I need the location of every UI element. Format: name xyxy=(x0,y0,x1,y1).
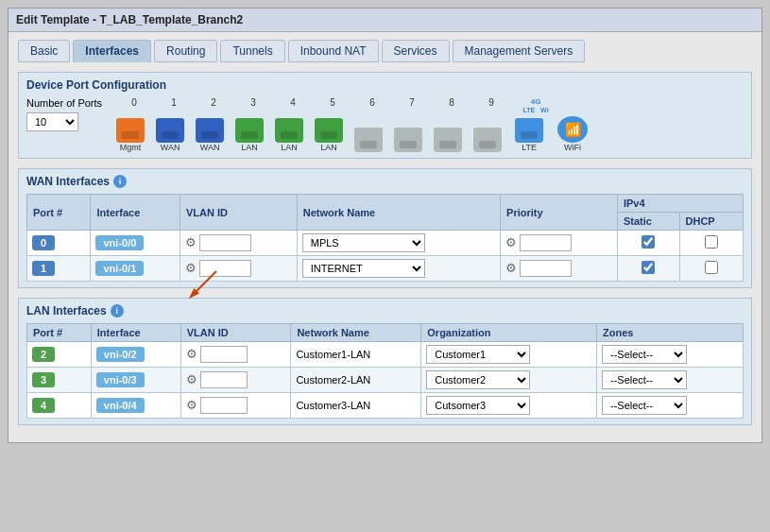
tab-interfaces[interactable]: Interfaces xyxy=(73,40,151,62)
lan-vni-badge-1[interactable]: vni-0/3 xyxy=(96,372,145,387)
device-port-config-section: Device Port Configuration Number of Port… xyxy=(18,72,752,159)
lan-zone-select-2[interactable]: --Select-- xyxy=(602,396,687,415)
lan-network-2: Customer3-LAN xyxy=(291,393,421,419)
lan-zone-2: --Select-- xyxy=(596,393,743,419)
wan-dhcp-checkbox-0[interactable] xyxy=(705,235,718,249)
lan-zone-0: --Select-- xyxy=(596,342,743,368)
wan-gear-0[interactable]: ⚙ xyxy=(185,235,197,249)
wan-interface-1: vni-0/1 xyxy=(91,256,180,282)
wan-network-select-0[interactable]: MPLS INTERNET xyxy=(302,233,425,252)
lan-gear-1[interactable]: ⚙ xyxy=(186,372,197,386)
port-icon-2[interactable]: WAN xyxy=(191,118,229,152)
wan-port-0: 0 xyxy=(27,231,91,256)
lan-row-2: 4 vni-0/4 ⚙ Customer3-LAN xyxy=(27,393,744,419)
port-icon-7[interactable] xyxy=(389,128,427,152)
lan-info-icon[interactable]: i xyxy=(111,304,124,317)
port-num-8: 8 xyxy=(433,97,471,114)
lan-port-badge-2[interactable]: 4 xyxy=(32,398,55,413)
lan-org-select-1[interactable]: Customer2 xyxy=(426,370,530,389)
lan-zone-select-0[interactable]: --Select-- xyxy=(602,345,687,364)
port-icon-wifi[interactable]: 📶 WiFi xyxy=(552,116,593,152)
tab-management-servers[interactable]: Management Servers xyxy=(453,40,586,62)
wan-port-badge-1[interactable]: 1 xyxy=(32,261,55,276)
wan-vlan-0: ⚙ xyxy=(180,231,297,256)
wan-network-select-1[interactable]: INTERNET MPLS xyxy=(302,259,425,278)
wan-priority-1: ⚙ xyxy=(501,256,618,282)
wan-static-1 xyxy=(617,256,679,282)
port-count-select[interactable]: 10 8 6 xyxy=(26,112,78,131)
port-num-9: 9 xyxy=(472,97,510,114)
lan-port-badge-1[interactable]: 3 xyxy=(32,372,55,387)
lan-interfaces-title: LAN Interfaces i xyxy=(26,304,744,317)
lan-vni-badge-0[interactable]: vni-0/2 xyxy=(96,347,145,362)
port-icon-1[interactable]: WAN xyxy=(151,118,189,152)
lan-gear-2[interactable]: ⚙ xyxy=(186,398,197,412)
wan-info-icon[interactable]: i xyxy=(113,175,127,188)
lan-vlanid-input-2[interactable] xyxy=(200,397,248,414)
lan-network-name-2: Customer3-LAN xyxy=(296,400,370,411)
tab-basic[interactable]: Basic xyxy=(18,40,70,62)
lan-vni-badge-2[interactable]: vni-0/4 xyxy=(96,398,145,413)
wan-dhcp-0 xyxy=(679,231,744,256)
lan-gear-0[interactable]: ⚙ xyxy=(186,347,197,361)
tab-tunnels[interactable]: Tunnels xyxy=(220,40,284,62)
wan-network-0: MPLS INTERNET xyxy=(297,231,500,256)
port-icon-6[interactable] xyxy=(350,128,387,152)
port-num-6: 6 xyxy=(353,97,391,114)
window-title: Edit Template - T_LAB_Template_Branch2 xyxy=(16,13,243,26)
lan-th-interface: Interface xyxy=(91,324,180,342)
port-icon-5[interactable]: LAN xyxy=(310,118,348,152)
wan-vlanid-input-0[interactable] xyxy=(199,234,251,251)
port-num-7: 7 xyxy=(393,97,431,114)
lan-port-2: 4 xyxy=(27,393,92,419)
wan-th-vlan: VLAN ID xyxy=(180,195,297,231)
wan-th-interface: Interface xyxy=(91,195,180,231)
lan-th-port: Port # xyxy=(27,324,92,342)
lan-network-name-0: Customer1-LAN xyxy=(296,349,370,360)
wan-static-checkbox-1[interactable] xyxy=(642,261,655,274)
wan-vni-badge-0[interactable]: vni-0/0 xyxy=(95,235,144,250)
port-icon-8[interactable] xyxy=(429,128,467,152)
lan-interface-2: vni-0/4 xyxy=(91,393,180,419)
port-icon-9[interactable] xyxy=(469,128,506,152)
wan-static-checkbox-0[interactable] xyxy=(642,235,655,249)
lan-th-vlan: VLAN ID xyxy=(180,324,291,342)
wan-priority-gear-0[interactable]: ⚙ xyxy=(505,235,517,249)
wan-priority-gear-1[interactable]: ⚙ xyxy=(505,261,517,275)
port-icon-0[interactable]: Mgmt xyxy=(111,118,149,152)
wan-port-badge-0[interactable]: 0 xyxy=(32,235,55,250)
lan-row-1: 3 vni-0/3 ⚙ Customer2-LAN xyxy=(27,368,744,393)
lan-org-select-0[interactable]: Customer1 xyxy=(426,345,530,364)
lan-zone-select-1[interactable]: --Select-- xyxy=(602,370,687,389)
lan-interfaces-section: LAN Interfaces i Port # Interface VLAN I… xyxy=(18,298,752,425)
wan-th-static: Static xyxy=(617,213,679,231)
lan-vlanid-input-1[interactable] xyxy=(200,371,248,388)
lan-network-0: Customer1-LAN xyxy=(291,342,421,368)
tab-inbound-nat[interactable]: Inbound NAT xyxy=(288,40,379,62)
wan-vlanid-input-1[interactable] xyxy=(199,260,251,277)
port-icon-lte[interactable]: LTE xyxy=(508,118,550,152)
lan-zone-1: --Select-- xyxy=(596,368,743,393)
wan-priority-input-1[interactable] xyxy=(520,260,572,277)
content-area: Basic Interfaces Routing Tunnels Inbound… xyxy=(9,32,761,442)
wan-vni-badge-1[interactable]: vni-0/1 xyxy=(95,261,144,276)
wan-gear-1[interactable]: ⚙ xyxy=(185,261,197,275)
lan-org-select-2[interactable]: Cutsomer3 xyxy=(426,396,530,415)
tab-services[interactable]: Services xyxy=(382,40,450,62)
tab-routing[interactable]: Routing xyxy=(154,40,217,62)
lan-port-1: 3 xyxy=(27,368,92,393)
wan-th-port: Port # xyxy=(27,195,91,231)
lan-port-badge-0[interactable]: 2 xyxy=(32,347,55,362)
port-num-0: 0 xyxy=(115,97,153,114)
wan-dhcp-checkbox-1[interactable] xyxy=(705,261,718,274)
lan-vlanid-input-0[interactable] xyxy=(200,346,248,363)
wan-th-ipv4: IPv4 xyxy=(617,195,743,213)
lan-vlan-1: ⚙ xyxy=(180,368,291,393)
wan-network-1: INTERNET MPLS xyxy=(297,256,500,282)
port-icons-row: Mgmt WAN WAN xyxy=(111,116,593,152)
port-icon-3[interactable]: LAN xyxy=(231,118,268,152)
port-numbers-row: 0 1 2 3 4 5 6 7 8 9 4GLTE Wi xyxy=(115,97,593,114)
port-icon-4[interactable]: LAN xyxy=(270,118,308,152)
wan-priority-input-0[interactable] xyxy=(520,234,572,251)
lan-vlan-0: ⚙ xyxy=(180,342,291,368)
